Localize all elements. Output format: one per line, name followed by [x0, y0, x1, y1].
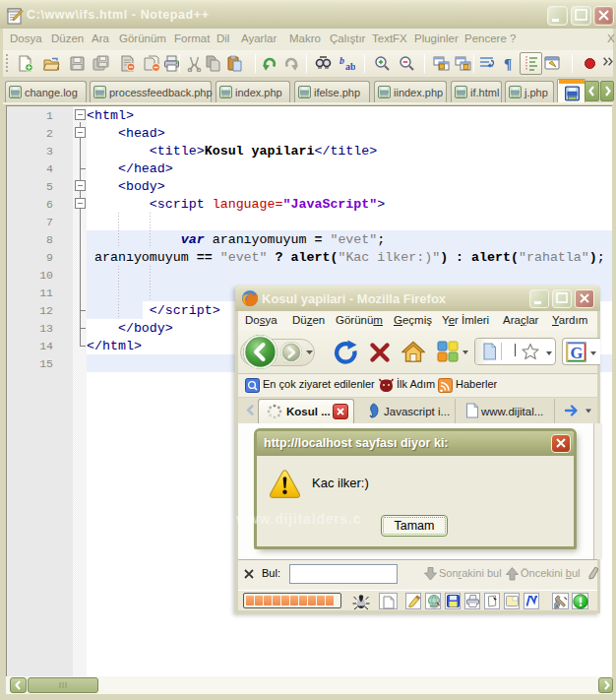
svg-text:b: b	[339, 55, 344, 66]
svg-text:ab: ab	[345, 61, 355, 72]
svg-text:¶: ¶	[504, 56, 512, 72]
svg-text:G: G	[571, 344, 584, 362]
